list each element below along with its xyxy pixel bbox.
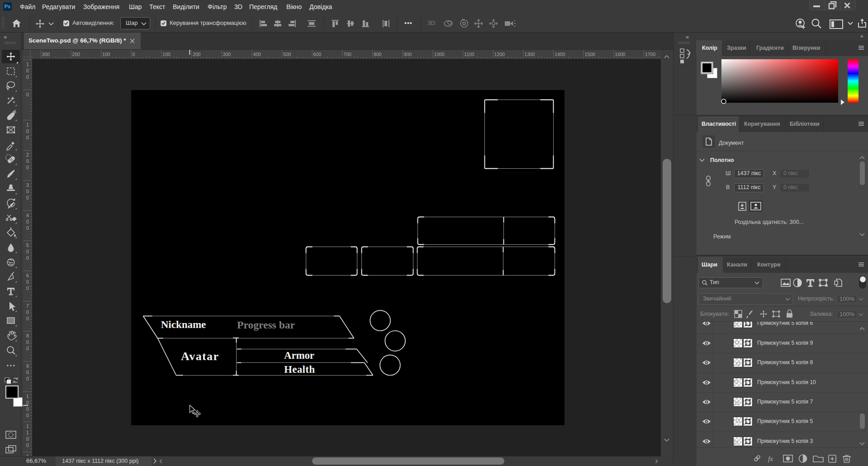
svg-text:Nickname: Nickname (161, 319, 206, 330)
svg-text:100: 100 (102, 52, 110, 57)
svg-text:1: 1 (26, 430, 29, 435)
svg-text:0: 0 (26, 158, 29, 164)
svg-text:0: 0 (26, 225, 29, 231)
svg-text:0: 0 (26, 219, 29, 224)
svg-text:1200: 1200 (494, 52, 505, 57)
svg-text:1: 1 (26, 122, 29, 128)
svg-text:200: 200 (72, 52, 80, 57)
svg-text:0: 0 (26, 400, 29, 405)
svg-text:0: 0 (26, 128, 29, 134)
svg-text:0: 0 (26, 376, 29, 381)
svg-text:1500: 1500 (585, 52, 596, 57)
svg-text:0: 0 (26, 339, 29, 345)
svg-text:2: 2 (26, 152, 29, 157)
svg-text:0: 0 (26, 316, 29, 321)
svg-text:500: 500 (283, 52, 291, 57)
svg-text:0: 0 (26, 413, 29, 418)
svg-text:900: 900 (404, 52, 412, 57)
svg-text:1000: 1000 (434, 52, 445, 57)
svg-text:0: 0 (26, 285, 29, 291)
svg-text:0: 0 (26, 189, 29, 194)
svg-text:0: 0 (26, 195, 29, 200)
svg-text:0: 0 (26, 249, 29, 254)
svg-text:1600: 1600 (615, 52, 626, 57)
svg-text:0: 0 (26, 255, 29, 261)
svg-text:0: 0 (26, 92, 29, 97)
svg-text:600: 600 (313, 52, 322, 57)
svg-text:1400: 1400 (555, 52, 565, 57)
svg-text:8: 8 (26, 333, 29, 338)
svg-text:0: 0 (26, 370, 29, 375)
svg-text:1: 1 (26, 394, 29, 399)
svg-text:0: 0 (26, 436, 29, 442)
svg-text:0: 0 (26, 135, 29, 140)
svg-text:300: 300 (223, 52, 231, 57)
svg-text:200: 200 (193, 52, 201, 57)
svg-text:1700: 1700 (645, 52, 656, 57)
svg-text:700: 700 (343, 52, 351, 57)
svg-text:0: 0 (26, 346, 29, 351)
svg-text:0: 0 (26, 68, 29, 73)
svg-text:0: 0 (26, 279, 29, 285)
svg-text:Armor: Armor (284, 350, 314, 361)
svg-text:1: 1 (26, 423, 29, 429)
svg-text:fx: fx (768, 455, 773, 462)
svg-text:0: 0 (26, 442, 29, 448)
svg-text:1: 1 (26, 62, 29, 67)
svg-text:0: 0 (26, 309, 29, 315)
svg-text:Avatar: Avatar (181, 350, 218, 363)
svg-text:9: 9 (26, 363, 29, 369)
svg-text:6: 6 (26, 273, 29, 278)
svg-text:1100: 1100 (464, 52, 474, 57)
svg-text:0: 0 (26, 74, 29, 80)
svg-text:0: 0 (133, 52, 135, 57)
svg-text:100: 100 (162, 52, 171, 57)
svg-text:800: 800 (374, 52, 382, 57)
svg-text:1300: 1300 (524, 52, 535, 57)
svg-text:300: 300 (42, 52, 50, 57)
svg-text:400: 400 (253, 52, 261, 57)
svg-text:7: 7 (26, 303, 29, 309)
svg-text:5: 5 (26, 243, 29, 248)
svg-text:3: 3 (26, 182, 29, 188)
svg-text:4: 4 (26, 213, 29, 218)
svg-text:0: 0 (26, 406, 29, 412)
svg-text:0: 0 (26, 165, 29, 170)
svg-text:Progress bar: Progress bar (237, 319, 295, 331)
svg-text:Health: Health (284, 364, 315, 375)
